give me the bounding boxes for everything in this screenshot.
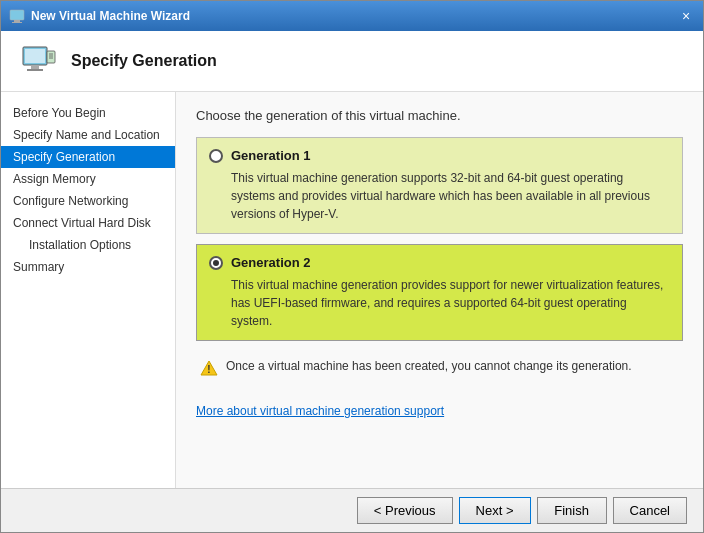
cancel-button[interactable]: Cancel — [613, 497, 687, 524]
sidebar-item-before-you-begin[interactable]: Before You Begin — [1, 102, 175, 124]
warning-box: ! Once a virtual machine has been create… — [196, 353, 683, 383]
svg-rect-0 — [10, 10, 24, 20]
page-header: Specify Generation — [1, 31, 703, 92]
svg-rect-4 — [25, 49, 45, 63]
wizard-window: New Virtual Machine Wizard × Specify Gen… — [0, 0, 704, 533]
generation1-header: Generation 1 — [209, 148, 670, 163]
generation1-label: Generation 1 — [231, 148, 310, 163]
svg-rect-7 — [47, 51, 55, 63]
generation2-header: Generation 2 — [209, 255, 670, 270]
sidebar-item-specify-name[interactable]: Specify Name and Location — [1, 124, 175, 146]
sidebar-item-summary[interactable]: Summary — [1, 256, 175, 278]
link-section: More about virtual machine generation su… — [196, 403, 683, 418]
svg-rect-2 — [12, 22, 22, 23]
sidebar-item-installation-options[interactable]: Installation Options — [1, 234, 175, 256]
generation2-label: Generation 2 — [231, 255, 310, 270]
footer: < Previous Next > Finish Cancel — [1, 488, 703, 532]
previous-button[interactable]: < Previous — [357, 497, 453, 524]
svg-rect-5 — [31, 65, 39, 69]
generation2-description: This virtual machine generation provides… — [209, 276, 670, 330]
header-icon — [21, 43, 57, 79]
page-title: Specify Generation — [71, 52, 217, 70]
main-content: Before You Begin Specify Name and Locati… — [1, 92, 703, 488]
finish-button[interactable]: Finish — [537, 497, 607, 524]
sidebar: Before You Begin Specify Name and Locati… — [1, 92, 176, 488]
warning-text: Once a virtual machine has been created,… — [226, 359, 632, 373]
svg-rect-1 — [14, 20, 20, 22]
window-title: New Virtual Machine Wizard — [31, 9, 677, 23]
window-icon — [9, 8, 25, 24]
next-button[interactable]: Next > — [459, 497, 531, 524]
sidebar-item-assign-memory[interactable]: Assign Memory — [1, 168, 175, 190]
content-description: Choose the generation of this virtual ma… — [196, 108, 683, 123]
svg-rect-6 — [27, 69, 43, 71]
generation1-radio[interactable] — [209, 149, 223, 163]
more-info-link[interactable]: More about virtual machine generation su… — [196, 404, 444, 418]
warning-icon: ! — [200, 359, 218, 377]
generation1-option[interactable]: Generation 1 This virtual machine genera… — [196, 137, 683, 234]
content-area: Choose the generation of this virtual ma… — [176, 92, 703, 488]
sidebar-item-connect-virtual-disk[interactable]: Connect Virtual Hard Disk — [1, 212, 175, 234]
generation2-radio[interactable] — [209, 256, 223, 270]
title-bar: New Virtual Machine Wizard × — [1, 1, 703, 31]
sidebar-item-configure-networking[interactable]: Configure Networking — [1, 190, 175, 212]
generation1-description: This virtual machine generation supports… — [209, 169, 670, 223]
sidebar-item-specify-generation[interactable]: Specify Generation — [1, 146, 175, 168]
svg-text:!: ! — [207, 364, 210, 375]
close-button[interactable]: × — [677, 7, 695, 25]
generation2-option[interactable]: Generation 2 This virtual machine genera… — [196, 244, 683, 341]
